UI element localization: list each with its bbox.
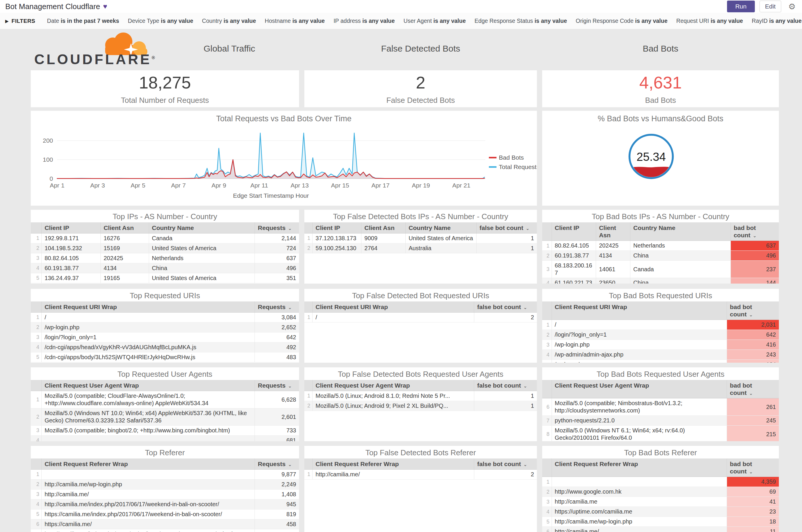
row-number-header <box>31 222 42 233</box>
table-row: 2http://www.google.com.hk69 <box>542 487 779 497</box>
cell: https://uptime.com/camilia.me <box>552 507 727 517</box>
row-number-header <box>31 301 42 312</box>
column-header-bad-bot-count[interactable]: bad bot count⌄ <box>727 301 779 320</box>
column-header-client-request-referer-wrap[interactable]: Client Request Referer Wrap <box>312 458 474 470</box>
column-header-false-bot-count[interactable]: false bot count⌄ <box>477 222 537 233</box>
filter-user-agent[interactable]: User Agent is any value <box>404 18 466 24</box>
cell: http://camilia.me/ <box>552 527 727 532</box>
column-header-client-request-uri-wrap[interactable]: Client Request URI Wrap <box>312 301 474 312</box>
value-cell: 1 <box>477 244 537 253</box>
row-number: 2 <box>542 330 552 340</box>
table-row: 4/cdn-cgi/apps/head/xVgyKhR-vV3dAUGhMqfB… <box>31 342 299 353</box>
cell: Mozilla/5.0 (Windows NT 10.0; Win64; x64… <box>42 408 255 426</box>
cell: /wp-login.php <box>42 323 255 332</box>
row-number: 2 <box>542 251 552 261</box>
legend-item-bad-bots[interactable]: Bad Bots <box>489 154 524 161</box>
data-table: Client Request Referer WrapRequests⌄19,8… <box>31 458 299 532</box>
value-cell: 261 <box>727 398 779 416</box>
filter-device-type[interactable]: Device Type is any value <box>128 18 193 24</box>
cell: Mozilla/5.0 (compatible; Nimbostratus-Bo… <box>552 398 727 416</box>
column-header-requests[interactable]: Requests⌄ <box>255 380 299 391</box>
tables-row-referers: Top RefererClient Request Referer WrapRe… <box>31 446 802 532</box>
filter-ip-address[interactable]: IP address is any value <box>333 18 395 24</box>
table-row: 380.82.64.105202425Netherlands637 <box>31 253 299 263</box>
column-header-client-asn[interactable]: Client Asn <box>596 222 630 241</box>
filter-field: Edge Response Status <box>475 18 533 24</box>
value-cell: 681 <box>255 436 299 441</box>
column-header-country-name[interactable]: Country Name <box>630 222 731 241</box>
x-tick-label: Apr 11 <box>250 182 268 189</box>
filter-date[interactable]: Date is in the past 7 weeks <box>47 18 119 24</box>
gauge-value: 25.34 <box>636 150 666 163</box>
column-header-client-request-referer-wrap[interactable]: Client Request Referer Wrap <box>42 458 255 470</box>
filter-request-uri[interactable]: Request URI is any value <box>676 18 743 24</box>
edit-button[interactable]: Edit <box>760 1 781 12</box>
column-header-false-bot-count[interactable]: false bot count⌄ <box>474 380 537 391</box>
filter-origin-response-code[interactable]: Origin Response Code is any value <box>576 18 668 24</box>
sort-icon: ⌄ <box>288 383 292 388</box>
table-tile-bad-bot-ips: Top Bad Bots IPs - AS Number - CountryCl… <box>542 210 779 284</box>
column-header-requests[interactable]: Requests⌄ <box>255 222 299 233</box>
column-header-false-bot-count[interactable]: false bot count⌄ <box>474 458 537 470</box>
column-header-client-ip[interactable]: Client IP <box>312 222 361 233</box>
column-header-bad-bot-count[interactable]: bad bot count⌄ <box>727 458 779 477</box>
column-header-client-asn[interactable]: Client Asn <box>100 222 149 233</box>
column-header-client-ip[interactable]: Client IP <box>552 222 596 241</box>
legend-item-total-requests[interactable]: Total Requests <box>489 164 537 170</box>
data-table: Client Request Referer Wrapfalse bot cou… <box>304 458 537 479</box>
column-header-requests[interactable]: Requests⌄ <box>255 301 299 312</box>
table-title: Top Bad Bots IPs - AS Number - Country <box>542 210 779 222</box>
sort-icon: ⌄ <box>753 233 757 238</box>
filter-rayid[interactable]: RayID is any value <box>751 18 801 24</box>
table-row: 368.183.200.16714061Canada237 <box>542 261 779 278</box>
column-header-country-name[interactable]: Country Name <box>405 222 476 233</box>
cell: 19165 <box>100 273 149 283</box>
cell: 9009 <box>361 233 406 244</box>
table-row: 3http://camilia.me41 <box>542 497 779 507</box>
cell: 16276 <box>100 233 149 244</box>
data-table: Client IPClient AsnCountry NameRequests⌄… <box>31 222 299 283</box>
column-header-bad-bot-count[interactable]: bad bot count⌄ <box>730 222 779 241</box>
column-header-client-request-referer-wrap[interactable]: Client Request Referer Wrap <box>552 458 727 477</box>
table-row: 1192.99.8.17116276Canada2,144 <box>31 233 299 244</box>
cell: 60.191.38.77 <box>42 263 101 273</box>
filter-bar: ▶ FILTERS Date is in the past 7 weeksDev… <box>0 13 802 29</box>
filter-hostname[interactable]: Hostname is any value <box>265 18 325 24</box>
value-cell: 243 <box>727 350 779 360</box>
cell: 192.99.8.171 <box>42 233 101 244</box>
column-header-false-bot-count[interactable]: false bot count⌄ <box>474 301 537 312</box>
column-header-client-asn[interactable]: Client Asn <box>361 222 406 233</box>
value-cell: 416 <box>727 340 779 350</box>
table-row: 4http://camilia.me/index.php/2017/06/17/… <box>31 499 299 510</box>
cell: Mozilla/5.0 (Linux; Android 9; Pixel 2 X… <box>312 401 474 411</box>
table-row: 1/3,084 <box>31 312 299 323</box>
column-header-client-request-user-agent-wrap[interactable]: Client Request User Agent Wrap <box>312 380 474 391</box>
column-header-client-request-uri-wrap[interactable]: Client Request URI Wrap <box>42 301 255 312</box>
x-tick-label: Apr 19 <box>412 182 430 189</box>
filters-toggle[interactable]: ▶ FILTERS <box>5 18 35 24</box>
cell: 68.183.200.167 <box>552 261 596 278</box>
column-header-client-request-user-agent-wrap[interactable]: Client Request User Agent Wrap <box>552 380 727 398</box>
row-number: 4 <box>31 342 42 353</box>
column-header-bad-bot-count[interactable]: bad bot count⌄ <box>727 380 779 398</box>
column-header-requests[interactable]: Requests⌄ <box>255 458 299 470</box>
cell: https://camilia.me/ <box>42 519 255 529</box>
column-header-country-name[interactable]: Country Name <box>149 222 255 233</box>
filter-edge-response-status[interactable]: Edge Response Status is any value <box>475 18 567 24</box>
cell: http://camilia.me/index.php/2017/05/14/h… <box>42 529 255 532</box>
column-header-client-request-uri-wrap[interactable]: Client Request URI Wrap <box>552 301 727 320</box>
heart-icon: ♥ <box>103 2 107 11</box>
value-cell: 642 <box>255 332 299 342</box>
cell: 202425 <box>100 253 149 263</box>
value-cell: 637 <box>255 253 299 263</box>
gear-icon[interactable]: ⚙ <box>788 2 796 12</box>
row-number: 1 <box>31 312 42 323</box>
column-header-client-ip[interactable]: Client IP <box>42 222 101 233</box>
value-cell: 1 <box>474 401 537 411</box>
column-header-client-request-user-agent-wrap[interactable]: Client Request User Agent Wrap <box>42 380 255 391</box>
row-number-header <box>31 380 42 391</box>
filter-country[interactable]: Country is any value <box>202 18 256 24</box>
filters-label: FILTERS <box>12 18 35 24</box>
run-button[interactable]: Run <box>727 1 755 12</box>
row-number-header <box>31 458 42 470</box>
